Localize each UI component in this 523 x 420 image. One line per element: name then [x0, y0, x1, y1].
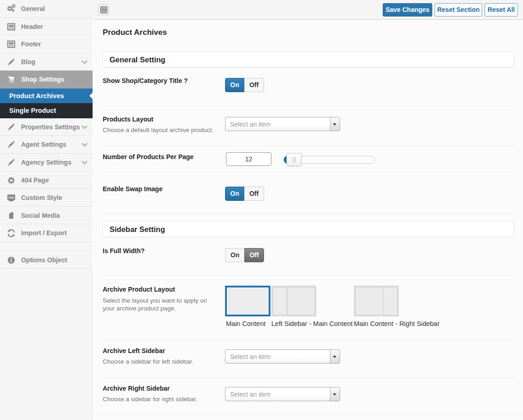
svg-text:css: css	[8, 196, 14, 199]
